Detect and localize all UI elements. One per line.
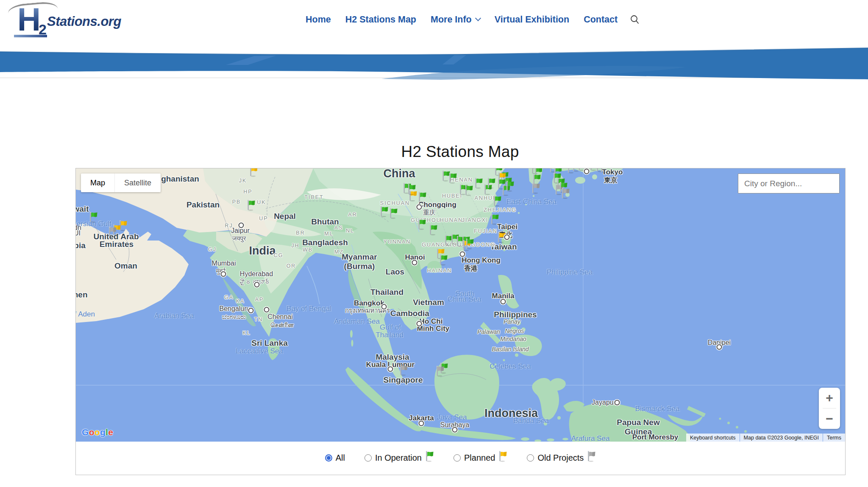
- flag-icon-yellow: [498, 451, 507, 462]
- flag-marker-green[interactable]: [465, 185, 473, 196]
- flag-marker-gray[interactable]: [531, 182, 540, 194]
- city-dot: [381, 304, 387, 310]
- map-label: ZHEJIANG: [484, 207, 517, 213]
- map-label: AS: [334, 225, 343, 231]
- map-type-control: Map Satellite: [81, 174, 161, 192]
- map-label: HP: [243, 189, 252, 195]
- search-icon[interactable]: [629, 14, 640, 25]
- map-label: Celebes Sea: [490, 362, 531, 371]
- map-label: Laos: [386, 267, 404, 277]
- map-label: GJ: [208, 246, 217, 252]
- radio-checked[interactable]: [325, 454, 332, 462]
- satellite-button[interactable]: Satellite: [114, 174, 161, 192]
- map-label: Mindanao: [500, 336, 526, 342]
- keyboard-shortcuts-button[interactable]: Keyboard shortcuts: [686, 434, 740, 442]
- map-label: SICHUAN: [380, 200, 410, 206]
- flag-marker-green[interactable]: [490, 213, 499, 225]
- site-logo[interactable]: H 2 Stations.org: [14, 3, 150, 39]
- nav-item-h2-stations-map[interactable]: H2 Stations Map: [345, 14, 416, 25]
- city-dot: [388, 367, 393, 372]
- map-label: of Aden: [76, 310, 95, 319]
- radio-unchecked[interactable]: [453, 454, 461, 462]
- flag-marker-green[interactable]: [380, 206, 388, 217]
- flag-marker-green[interactable]: [407, 184, 416, 195]
- map-label: CG: [274, 252, 284, 258]
- map-label: Thailand: [376, 331, 403, 339]
- flag-marker-green[interactable]: [429, 224, 437, 235]
- nav-item-virtual-exhibition[interactable]: Virtual Exhibition: [495, 14, 569, 25]
- flag-marker-green[interactable]: [247, 199, 255, 211]
- flag-marker-green[interactable]: [506, 180, 514, 192]
- map-label: Andaman Sea: [334, 317, 380, 326]
- map-button[interactable]: Map: [81, 174, 114, 192]
- filter-option-planned[interactable]: Planned: [453, 453, 507, 463]
- nav-item-contact[interactable]: Contact: [584, 14, 618, 25]
- map-attribution: Keyboard shortcuts Map data ©2023 Google…: [686, 434, 845, 442]
- filter-option-in-operation[interactable]: In Operation: [364, 453, 434, 463]
- map-label: Gulf of: [380, 323, 401, 332]
- map-label: Minh City: [417, 325, 450, 333]
- city-dot: [452, 427, 458, 433]
- map-widget: ghanistanPakistanChinaNepalBhutanBanglad…: [75, 168, 846, 475]
- city-dot: [504, 235, 510, 240]
- map-label: AR: [348, 212, 357, 218]
- flag-marker-green[interactable]: [465, 238, 474, 249]
- map-data-text: Map data ©2023 Google, INEGI: [740, 434, 823, 442]
- google-logo[interactable]: Google: [82, 427, 113, 437]
- map-label: Java Sea: [437, 413, 467, 422]
- map-label: HUNAN: [440, 217, 463, 223]
- city-dot: [221, 271, 226, 277]
- city-dot: [254, 282, 260, 288]
- flag-marker-gray[interactable]: [600, 168, 609, 173]
- map-label: East China Sea: [506, 198, 556, 206]
- map-label: NL: [346, 228, 354, 234]
- google-map[interactable]: ghanistanPakistanChinaNepalBhutanBanglad…: [76, 168, 845, 442]
- flag-marker-green[interactable]: [418, 191, 426, 203]
- region-search-input[interactable]: [738, 174, 840, 193]
- flag-marker-gray[interactable]: [561, 188, 570, 199]
- radio-unchecked[interactable]: [364, 454, 372, 462]
- map-label: UP: [259, 216, 268, 221]
- filter-label: Planned: [464, 453, 495, 463]
- map-label: Taipei: [497, 223, 517, 231]
- map-label: Mumbai: [212, 260, 236, 267]
- flag-marker-gray[interactable]: [399, 364, 408, 376]
- flag-marker-yellow[interactable]: [249, 168, 258, 177]
- flag-marker-gray[interactable]: [436, 365, 444, 377]
- flag-marker-green[interactable]: [439, 254, 448, 266]
- filter-option-old-projects[interactable]: Old Projects: [527, 453, 596, 463]
- zoom-out-button[interactable]: −: [819, 409, 840, 429]
- flag-marker-green[interactable]: [474, 177, 483, 189]
- map-label: ಬೆಂಗಳೂರು: [222, 313, 246, 321]
- map-label: Basilan Island: [492, 346, 529, 353]
- flag-marker-green[interactable]: [389, 207, 398, 219]
- flag-marker-green[interactable]: [448, 172, 457, 184]
- terms-link[interactable]: Terms: [823, 434, 845, 442]
- map-label: Singapore: [384, 375, 423, 385]
- map-label: Negros: [505, 327, 524, 334]
- flag-marker-gray[interactable]: [108, 226, 117, 238]
- logo-text: Stations.org: [47, 14, 121, 29]
- map-label: जयपुर: [232, 235, 246, 242]
- map-overlays: ghanistanPakistanChinaNepalBhutanBanglad…: [76, 168, 845, 442]
- map-label: Panay: [504, 318, 520, 325]
- map-label: WB: [303, 247, 313, 253]
- map-label: BR: [296, 230, 305, 236]
- flag-marker-green[interactable]: [487, 177, 495, 189]
- page: H 2 Stations.org HomeH2 Stations MapMore…: [0, 0, 868, 487]
- flag-marker-green[interactable]: [89, 211, 97, 223]
- map-label: Chennai: [267, 313, 293, 321]
- map-label: YUNNAN: [384, 239, 411, 245]
- zoom-in-button[interactable]: +: [819, 388, 840, 408]
- legend: AllIn OperationPlannedOld Projects: [76, 442, 845, 474]
- flag-marker-green[interactable]: [417, 218, 426, 230]
- flag-icon-green: [425, 451, 434, 462]
- map-label: Bangladesh: [302, 238, 348, 247]
- flag-marker-green[interactable]: [493, 195, 501, 207]
- filter-label: In Operation: [375, 453, 422, 463]
- nav-item-more-info[interactable]: More Info: [431, 14, 480, 25]
- filter-option-all[interactable]: All: [325, 453, 345, 463]
- nav-item-home[interactable]: Home: [306, 14, 331, 25]
- radio-unchecked[interactable]: [527, 454, 534, 462]
- logo-h: H: [17, 3, 39, 36]
